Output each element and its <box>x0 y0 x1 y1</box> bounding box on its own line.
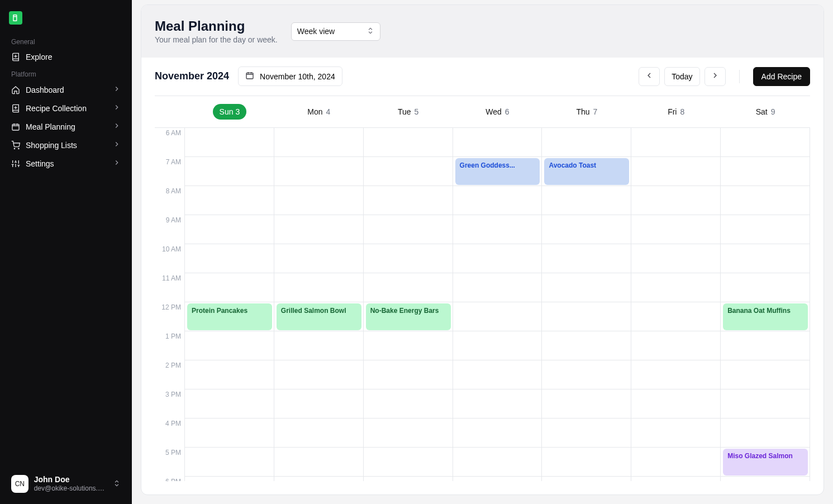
calendar-cell[interactable] <box>364 128 453 157</box>
calendar-cell[interactable] <box>721 244 810 273</box>
calendar-cell[interactable] <box>185 419 274 448</box>
calendar-cell[interactable] <box>453 419 542 448</box>
calendar-cell[interactable] <box>721 273 810 302</box>
calendar-cell[interactable] <box>185 157 274 186</box>
calendar-cell[interactable] <box>185 331 274 360</box>
calendar-event[interactable]: Banana Oat Muffins <box>723 303 808 330</box>
date-picker-button[interactable]: November 10th, 2024 <box>238 66 342 86</box>
calendar-cell[interactable] <box>364 215 453 244</box>
calendar-cell[interactable] <box>274 477 364 481</box>
calendar-cell[interactable] <box>453 302 542 331</box>
app-logo[interactable] <box>9 11 22 25</box>
calendar-cell[interactable] <box>631 477 721 481</box>
sidebar-item-shopping-lists[interactable]: Shopping Lists <box>7 136 125 154</box>
calendar-cell[interactable] <box>185 128 274 157</box>
calendar-cell[interactable] <box>364 448 453 477</box>
calendar-cell[interactable] <box>453 128 542 157</box>
calendar-cell[interactable] <box>274 128 364 157</box>
next-button[interactable] <box>705 67 726 86</box>
calendar-cell[interactable] <box>364 419 453 448</box>
calendar-cell[interactable] <box>542 186 631 215</box>
calendar-cell[interactable] <box>274 389 364 419</box>
calendar-cell[interactable] <box>631 419 721 448</box>
calendar-cell[interactable] <box>453 360 542 389</box>
calendar-cell[interactable] <box>542 389 631 419</box>
today-button[interactable]: Today <box>664 67 699 86</box>
calendar-cell[interactable] <box>721 186 810 215</box>
view-select[interactable]: Week view <box>291 22 380 41</box>
calendar-event[interactable]: No-Bake Energy Bars <box>366 303 451 330</box>
calendar-cell[interactable] <box>631 389 721 419</box>
calendar-cell[interactable] <box>274 273 364 302</box>
calendar-cell[interactable] <box>453 331 542 360</box>
calendar-cell[interactable] <box>185 448 274 477</box>
calendar-cell[interactable] <box>274 244 364 273</box>
sidebar-item-settings[interactable]: Settings <box>7 154 125 173</box>
calendar-cell[interactable] <box>631 128 721 157</box>
calendar-cell[interactable] <box>453 244 542 273</box>
calendar-cell[interactable] <box>542 360 631 389</box>
sidebar-item-meal-planning[interactable]: Meal Planning <box>7 117 125 136</box>
calendar-cell[interactable] <box>631 331 721 360</box>
calendar-cell[interactable] <box>274 331 364 360</box>
calendar-cell[interactable] <box>542 273 631 302</box>
calendar-cell[interactable] <box>542 448 631 477</box>
calendar-cell[interactable] <box>274 360 364 389</box>
calendar-cell[interactable] <box>364 273 453 302</box>
calendar-body[interactable]: 6 AM7 AM8 AM9 AM10 AM11 AM12 PM1 PM2 PM3… <box>155 128 810 481</box>
calendar-cell[interactable] <box>542 244 631 273</box>
calendar-cell[interactable] <box>542 419 631 448</box>
calendar-cell[interactable] <box>185 360 274 389</box>
calendar-cell[interactable] <box>721 215 810 244</box>
calendar-cell[interactable] <box>721 477 810 481</box>
calendar-cell[interactable] <box>185 273 274 302</box>
calendar-cell[interactable] <box>364 477 453 481</box>
calendar-cell[interactable] <box>185 477 274 481</box>
calendar-event[interactable]: Green Goddess... <box>455 158 540 185</box>
sidebar-item-recipe-collection[interactable]: Recipe Collection <box>7 99 125 117</box>
calendar-event[interactable]: Grilled Salmon Bowl <box>277 303 361 330</box>
calendar-cell[interactable] <box>721 360 810 389</box>
calendar-cell[interactable] <box>631 360 721 389</box>
calendar-cell[interactable] <box>274 186 364 215</box>
sidebar-item-dashboard[interactable]: Dashboard <box>7 80 125 99</box>
add-recipe-button[interactable]: Add Recipe <box>753 67 810 86</box>
calendar-cell[interactable] <box>185 186 274 215</box>
calendar-cell[interactable] <box>453 389 542 419</box>
calendar-cell[interactable] <box>185 389 274 419</box>
calendar-cell[interactable] <box>364 157 453 186</box>
calendar-cell[interactable] <box>721 128 810 157</box>
calendar-cell[interactable] <box>542 128 631 157</box>
calendar-cell[interactable] <box>274 215 364 244</box>
calendar-cell[interactable] <box>721 419 810 448</box>
calendar-cell[interactable] <box>631 157 721 186</box>
calendar-cell[interactable] <box>721 331 810 360</box>
calendar-cell[interactable] <box>364 244 453 273</box>
calendar-cell[interactable] <box>364 389 453 419</box>
calendar-cell[interactable] <box>542 215 631 244</box>
sidebar-item-explore[interactable]: Explore <box>7 48 125 66</box>
calendar-cell[interactable] <box>542 331 631 360</box>
prev-button[interactable] <box>639 67 660 86</box>
calendar-cell[interactable] <box>364 331 453 360</box>
calendar-cell[interactable] <box>274 448 364 477</box>
calendar-event[interactable]: Protein Pancakes <box>187 303 272 330</box>
calendar-cell[interactable] <box>542 302 631 331</box>
calendar-cell[interactable] <box>274 419 364 448</box>
calendar-cell[interactable] <box>453 186 542 215</box>
calendar-cell[interactable] <box>631 448 721 477</box>
calendar-cell[interactable] <box>453 477 542 481</box>
calendar-cell[interactable] <box>721 389 810 419</box>
calendar-cell[interactable] <box>631 186 721 215</box>
calendar-cell[interactable] <box>631 215 721 244</box>
calendar-cell[interactable] <box>274 157 364 186</box>
calendar-cell[interactable] <box>185 244 274 273</box>
calendar-cell[interactable] <box>631 273 721 302</box>
user-menu[interactable]: CN John Doe dev@okike-solutions.com <box>7 470 125 497</box>
calendar-cell[interactable] <box>364 186 453 215</box>
calendar-cell[interactable] <box>542 477 631 481</box>
calendar-cell[interactable] <box>185 215 274 244</box>
calendar-cell[interactable] <box>364 360 453 389</box>
calendar-event[interactable]: Miso Glazed Salmon <box>723 449 808 476</box>
calendar-cell[interactable] <box>453 448 542 477</box>
